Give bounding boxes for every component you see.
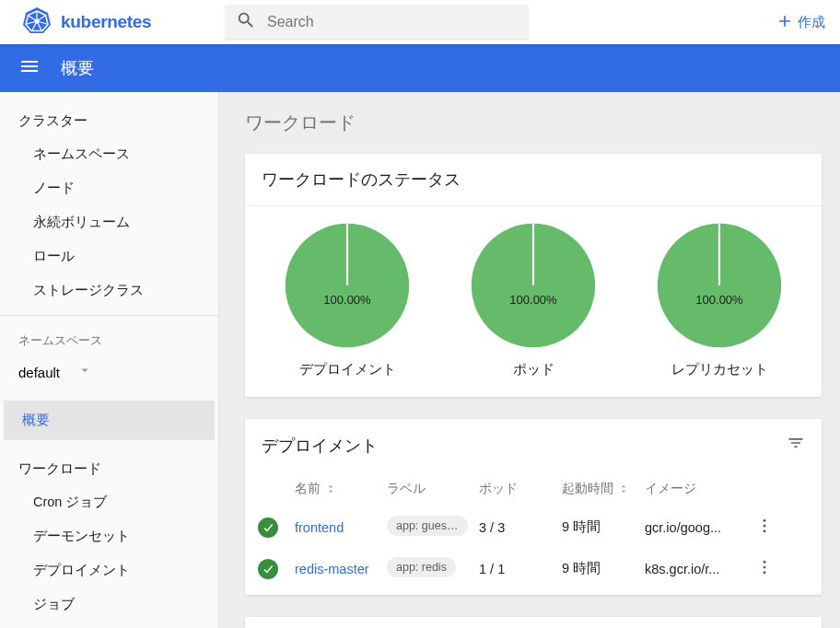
svg-point-16 xyxy=(764,519,766,522)
sidebar: クラスター ネームスペース ノード 永続ボリューム ロール ストレージクラス ネ… xyxy=(0,92,219,628)
filter-icon[interactable] xyxy=(787,434,805,457)
create-label: 作成 xyxy=(798,14,825,31)
sidebar-item-roles[interactable]: ロール xyxy=(0,239,218,273)
main: ワークロード ワークロードのステータス 100.00% デプロイメント 100.… xyxy=(219,92,840,628)
sidebar-item-cronjobs[interactable]: Cron ジョブ xyxy=(0,485,218,519)
table-row: frontend app: guest... 3 / 3 9 時間 gcr.io… xyxy=(245,506,822,548)
logo[interactable]: kubernetes xyxy=(22,6,225,39)
kubernetes-icon xyxy=(22,6,52,39)
col-pods[interactable]: ポッド xyxy=(479,481,562,497)
col-name[interactable]: 名前 xyxy=(295,481,387,497)
namespace-select[interactable]: default xyxy=(0,355,218,395)
status-ok-icon xyxy=(258,518,295,538)
sort-icon xyxy=(324,483,337,495)
status-replicasets: 100.00% レプリカセット xyxy=(655,221,784,378)
cell-image: gcr.io/goog... xyxy=(645,520,755,535)
pods-card: ポッド xyxy=(245,617,822,628)
search-icon xyxy=(236,10,256,34)
search-box[interactable] xyxy=(225,5,529,40)
topbar: kubernetes 作成 xyxy=(0,0,840,44)
chevron-down-icon xyxy=(76,362,93,382)
cell-pods: 1 / 1 xyxy=(479,562,562,576)
deployments-table: 名前 ラベル ポッド 起動時間 イメージ frontend app: guest… xyxy=(245,471,822,595)
label-chip: app: redis xyxy=(387,557,456,577)
donut-percent: 100.00% xyxy=(283,293,412,307)
svg-point-21 xyxy=(764,571,766,574)
sidebar-item-daemonsets[interactable]: デーモンセット xyxy=(0,519,218,553)
sidebar-item-jobs[interactable]: ジョブ xyxy=(0,587,218,622)
cell-age: 9 時間 xyxy=(562,560,645,577)
search-input[interactable] xyxy=(267,14,518,30)
status-card-title: ワークロードのステータス xyxy=(245,154,822,205)
table-row: redis-master app: redis 1 / 1 9 時間 k8s.g… xyxy=(245,548,822,589)
status-deployments: 100.00% デプロイメント xyxy=(283,221,412,378)
header: 概要 xyxy=(0,44,840,92)
sidebar-item-deployments[interactable]: デプロイメント xyxy=(0,553,218,587)
donut-chart: 100.00% xyxy=(283,221,412,350)
sidebar-item-pv[interactable]: 永続ボリューム xyxy=(0,205,218,239)
status-card: ワークロードのステータス 100.00% デプロイメント 100.00% ポッド xyxy=(245,154,822,397)
status-row: 100.00% デプロイメント 100.00% ポッド 100.00% xyxy=(245,206,822,397)
col-image[interactable]: イメージ xyxy=(645,481,755,497)
main-title: ワークロード xyxy=(245,110,822,135)
donut-chart: 100.00% xyxy=(655,221,784,350)
svg-point-19 xyxy=(764,561,766,564)
brand-text: kubernetes xyxy=(61,12,151,32)
cell-pods: 3 / 3 xyxy=(479,520,562,535)
deployment-link[interactable]: redis-master xyxy=(295,562,387,576)
deployments-card: デプロイメント 名前 ラベル ポッド 起動時間 イメージ frontend ap… xyxy=(245,419,822,595)
svg-point-18 xyxy=(764,529,766,532)
table-header: 名前 ラベル ポッド 起動時間 イメージ xyxy=(245,471,822,506)
col-age[interactable]: 起動時間 xyxy=(562,481,645,497)
sidebar-item-pods[interactable]: ポッド xyxy=(0,622,218,628)
namespace-label: ネームスペース xyxy=(0,323,218,355)
status-ok-icon xyxy=(258,559,295,579)
more-icon[interactable] xyxy=(755,558,792,579)
svg-point-9 xyxy=(35,19,40,24)
status-caption: レプリカセット xyxy=(671,361,768,378)
menu-icon[interactable] xyxy=(18,55,41,81)
cell-age: 9 時間 xyxy=(562,518,645,536)
col-label[interactable]: ラベル xyxy=(387,481,479,497)
label-chip: app: guest... xyxy=(387,516,468,536)
page-title: 概要 xyxy=(61,57,94,79)
sidebar-section-workloads[interactable]: ワークロード xyxy=(0,451,218,485)
plus-icon xyxy=(776,12,798,33)
donut-percent: 100.00% xyxy=(655,293,784,307)
cell-image: k8s.gcr.io/r... xyxy=(645,562,755,576)
status-caption: ポッド xyxy=(513,361,554,378)
sort-icon xyxy=(617,483,630,495)
create-button[interactable]: 作成 xyxy=(776,12,825,33)
status-pods: 100.00% ポッド xyxy=(469,221,598,378)
sidebar-section-cluster[interactable]: クラスター xyxy=(0,103,218,137)
more-icon[interactable] xyxy=(755,517,792,538)
deployment-link[interactable]: frontend xyxy=(295,520,387,535)
svg-point-20 xyxy=(764,566,766,569)
status-caption: デプロイメント xyxy=(299,361,396,378)
divider xyxy=(0,315,218,316)
sidebar-item-nodes[interactable]: ノード xyxy=(0,171,218,205)
sidebar-item-storageclass[interactable]: ストレージクラス xyxy=(0,273,218,308)
sidebar-item-namespaces[interactable]: ネームスペース xyxy=(0,137,218,171)
donut-chart: 100.00% xyxy=(469,221,598,350)
donut-percent: 100.00% xyxy=(469,293,598,307)
deployments-card-title: デプロイメント xyxy=(262,435,378,457)
sidebar-item-overview[interactable]: 概要 xyxy=(4,401,215,440)
svg-point-17 xyxy=(764,525,766,528)
namespace-selected: default xyxy=(18,365,60,380)
